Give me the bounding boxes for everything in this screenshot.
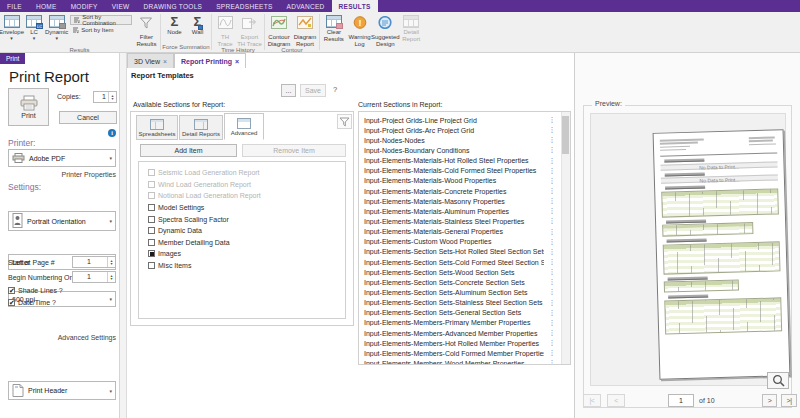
kebab-menu-icon[interactable]: ⋮ — [544, 136, 560, 144]
printer-select[interactable]: Adobe PDF ▾ — [8, 149, 116, 167]
tab-spreadsheets[interactable]: Spreadsheets — [136, 115, 178, 140]
kebab-menu-icon[interactable]: ⋮ — [544, 217, 560, 225]
print-button[interactable]: Print — [8, 88, 49, 126]
report-section-row[interactable]: Input-Elements-Members-Advanced Member P… — [364, 328, 570, 338]
spinner-arrows-icon[interactable]: ▴▾ — [108, 92, 116, 102]
kebab-menu-icon[interactable]: ⋮ — [544, 157, 560, 165]
clear-results-button[interactable]: Clear Results — [321, 14, 347, 42]
kebab-menu-icon[interactable]: ⋮ — [544, 329, 560, 337]
kebab-menu-icon[interactable]: ⋮ — [544, 187, 560, 195]
kebab-menu-icon[interactable]: ⋮ — [544, 359, 560, 365]
report-section-row[interactable]: Input-Nodes-Boundary Conditions⋮ — [364, 145, 570, 155]
ribbon-tab-advanced[interactable]: ADVANCED — [280, 0, 332, 12]
envelope-button[interactable]: Envelope ▾ — [0, 14, 23, 40]
report-section-row[interactable]: Input-Elements-Members-Hot Rolled Member… — [364, 338, 570, 348]
contour-diagram-button[interactable]: Contour Diagram — [266, 14, 292, 47]
ribbon-tab-drawing-tools[interactable]: DRAWING TOOLS — [137, 0, 210, 12]
workspace-tab-report-printing[interactable]: Report Printing× — [174, 53, 246, 68]
filter-button[interactable] — [337, 114, 352, 129]
checkbox[interactable] — [148, 169, 155, 176]
node-button[interactable]: Σ Node — [163, 14, 186, 36]
template-save-button[interactable]: Save — [300, 84, 326, 97]
add-item-button[interactable]: Add Item — [140, 144, 237, 157]
kebab-menu-icon[interactable]: ⋮ — [544, 126, 560, 134]
report-section-row[interactable]: Input-Project Grids-Line Project Grid⋮ — [364, 115, 570, 125]
report-section-row[interactable]: Input-Elements-Members-Wood Member Prope… — [364, 358, 570, 365]
ribbon-tab-modify[interactable]: MODIFY — [64, 0, 105, 12]
spinner-arrows-icon[interactable]: ▴▾ — [107, 257, 115, 267]
template-more-button[interactable]: ... — [281, 84, 296, 97]
report-section-row[interactable]: Input-Elements-Materials-Stainless Steel… — [364, 216, 570, 226]
kebab-menu-icon[interactable]: ⋮ — [544, 197, 560, 205]
available-section-item[interactable]: Images — [148, 248, 345, 260]
kebab-menu-icon[interactable]: ⋮ — [544, 207, 560, 215]
checkbox[interactable] — [148, 227, 155, 234]
ribbon-tab-spreadsheets[interactable]: SPREADSHEETS — [209, 0, 279, 12]
report-section-row[interactable]: Input-Nodes-Nodes⋮ — [364, 135, 570, 145]
close-icon[interactable]: × — [235, 58, 239, 65]
sort-by-combination-button[interactable]: Sort by Combination — [70, 15, 132, 25]
filter-results-button[interactable]: Filter Results — [134, 14, 159, 47]
kebab-menu-icon[interactable]: ⋮ — [544, 309, 560, 317]
preview-zoom-button[interactable] — [767, 372, 789, 389]
report-section-row[interactable]: Input-Elements-Members-Primary Member Pr… — [364, 318, 570, 328]
report-section-row[interactable]: Input-Elements-Materials-General Propert… — [364, 227, 570, 237]
report-section-row[interactable]: Input-Elements-Section Sets-Stainless St… — [364, 298, 570, 308]
spinner-arrows-icon[interactable]: ▴▾ — [107, 272, 115, 282]
tab-advanced[interactable]: Advanced — [224, 113, 264, 140]
begin-numbering-stepper[interactable]: 1 ▴▾ — [72, 271, 116, 283]
kebab-menu-icon[interactable]: ⋮ — [544, 339, 560, 347]
checkbox[interactable] — [148, 250, 155, 257]
panel-splitter[interactable] — [120, 53, 127, 418]
available-section-item[interactable]: Seismic Load Generation Report — [148, 167, 345, 179]
suggested-design-button[interactable]: Suggested Design — [372, 14, 398, 47]
dynamic-button[interactable]: Dynamic ▾ — [45, 14, 68, 40]
report-section-row[interactable]: Input-Elements-Section Sets-Hot Rolled S… — [364, 247, 570, 257]
kebab-menu-icon[interactable]: ⋮ — [544, 268, 560, 276]
diagram-report-button[interactable]: Diagram Report — [292, 14, 318, 47]
report-section-row[interactable]: Input-Project Grids-Arc Project Grid⋮ — [364, 125, 570, 135]
ribbon-tab-view[interactable]: VIEW — [105, 0, 137, 12]
available-section-item[interactable]: Misc Items — [148, 260, 345, 272]
checkbox[interactable] — [148, 204, 155, 211]
sort-by-item-button[interactable]: Sort by Item — [70, 25, 132, 35]
report-section-row[interactable]: Input-Elements-Materials-Aluminum Proper… — [364, 206, 570, 216]
available-section-item[interactable]: Spectra Scaling Factor — [148, 213, 345, 225]
page-number-input[interactable]: 1 — [668, 394, 694, 407]
report-section-row[interactable]: Input-Elements-Materials-Wood Properties… — [364, 176, 570, 186]
datetime-checkbox[interactable] — [8, 299, 15, 306]
kebab-menu-icon[interactable]: ⋮ — [544, 278, 560, 286]
shade-lines-checkbox[interactable] — [8, 287, 15, 294]
previous-page-button[interactable]: < — [607, 394, 625, 407]
next-page-button[interactable]: > — [762, 394, 777, 407]
kebab-menu-icon[interactable]: ⋮ — [544, 349, 560, 357]
checkbox[interactable] — [148, 192, 155, 199]
print-panel-tab[interactable]: Print — [0, 53, 25, 64]
close-icon[interactable]: × — [163, 58, 167, 65]
kebab-menu-icon[interactable]: ⋮ — [544, 288, 560, 296]
report-section-row[interactable]: Input-Elements-Materials-Cold Formed Ste… — [364, 166, 570, 176]
export-th-trace-button[interactable]: Export TH Trace — [237, 14, 263, 47]
wall-button[interactable]: Σ Wall — [186, 14, 209, 36]
first-page-button[interactable]: |< — [583, 394, 601, 407]
kebab-menu-icon[interactable]: ⋮ — [544, 167, 560, 175]
kebab-menu-icon[interactable]: ⋮ — [544, 248, 560, 256]
report-section-row[interactable]: Input-Elements-Section Sets-General Sect… — [364, 308, 570, 318]
kebab-menu-icon[interactable]: ⋮ — [544, 258, 560, 266]
start-page-stepper[interactable]: 1 ▴▾ — [72, 256, 116, 268]
warning-log-button[interactable]: ! Warning Log — [347, 14, 373, 47]
report-section-row[interactable]: Input-Elements-Section Sets-Concrete Sec… — [364, 277, 570, 287]
available-section-item[interactable]: Notional Load Generation Report — [148, 190, 345, 202]
lc-button[interactable]: LC LC ▾ — [23, 14, 45, 40]
available-section-item[interactable]: Member Detailing Data — [148, 237, 345, 249]
checkbox[interactable] — [148, 216, 155, 223]
report-section-row[interactable]: Input-Elements-Section Sets-Wood Section… — [364, 267, 570, 277]
checkbox[interactable] — [148, 262, 155, 269]
remove-item-button[interactable]: Remove Item — [242, 144, 346, 157]
workspace-tab-3d-view[interactable]: 3D View× — [127, 53, 174, 68]
printer-properties-link[interactable]: Printer Properties — [8, 171, 116, 178]
available-section-item[interactable]: Model Settings — [148, 202, 345, 214]
report-section-row[interactable]: Input-Elements-Section Sets-Aluminum Sec… — [364, 287, 570, 297]
available-section-item[interactable]: Dynamic Data — [148, 225, 345, 237]
th-trace-button[interactable]: TH Trace — [214, 14, 237, 47]
